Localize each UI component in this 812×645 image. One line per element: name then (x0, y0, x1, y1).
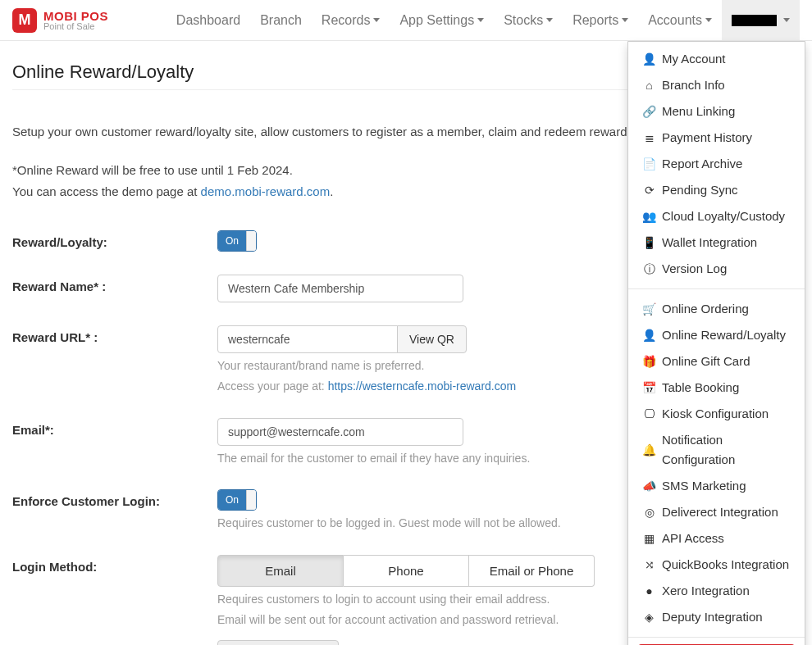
menu-xero[interactable]: ●Xero Integration (628, 578, 805, 604)
user-icon: 👤 (643, 50, 655, 68)
shuffle-icon: ⤭ (643, 556, 655, 574)
user-dropdown: 👤My Account ⌂Branch Info 🔗Menu Linking ≣… (627, 41, 805, 645)
reward-loyalty-toggle[interactable]: On (217, 230, 257, 252)
login-help-2: Email will be sent out for account activ… (217, 612, 627, 629)
reward-name-label: Reward Name* : (12, 275, 217, 293)
login-method-group: Email Phone Email or Phone (217, 555, 595, 587)
nav-reports[interactable]: Reports (563, 0, 638, 40)
nav-app-settings[interactable]: App Settings (390, 0, 494, 40)
menu-online-ordering[interactable]: 🛒Online Ordering (628, 296, 805, 322)
brand[interactable]: M MOBI POS Point of Sale (12, 8, 108, 33)
nav-accounts[interactable]: Accounts (638, 0, 722, 40)
login-method-both[interactable]: Email or Phone (469, 555, 595, 587)
menu-deputy[interactable]: ◈Deputy Integration (628, 604, 805, 630)
menu-table-booking[interactable]: 📅Table Booking (628, 375, 805, 401)
menu-cloud-loyalty[interactable]: 👥Cloud Loyalty/Custody (628, 203, 805, 229)
demo-link[interactable]: demo.mobi-reward.com (201, 184, 331, 198)
reward-loyalty-label: Reward/Loyalty: (12, 230, 217, 249)
info-icon: ⓘ (643, 260, 655, 278)
target-icon: ◎ (643, 503, 655, 521)
gift-icon: 🎁 (643, 352, 655, 370)
menu-report-archive[interactable]: 📄Report Archive (628, 151, 805, 177)
circle-icon: ● (643, 582, 655, 600)
link-icon: 🔗 (643, 102, 655, 120)
screen-icon: 🖵 (643, 405, 655, 423)
nav-records[interactable]: Records (312, 0, 390, 40)
menu-online-gift-card[interactable]: 🎁Online Gift Card (628, 348, 805, 375)
menu-api[interactable]: ▦API Access (628, 525, 805, 552)
menu-payment-history[interactable]: ≣Payment History (628, 125, 805, 151)
menu-pending-sync[interactable]: ⟳Pending Sync (628, 177, 805, 203)
reward-url-input[interactable] (217, 325, 398, 353)
chevron-down-icon (705, 18, 712, 22)
chevron-down-icon (477, 18, 484, 22)
bell-icon: 🔔 (643, 441, 655, 459)
email-help: The email for the customer to email if t… (217, 451, 627, 467)
menu-quickbooks[interactable]: ⤭QuickBooks Integration (628, 552, 805, 578)
chevron-down-icon (622, 18, 628, 22)
enforce-login-toggle[interactable]: On (217, 489, 257, 511)
refresh-icon: ⟳ (643, 181, 655, 199)
brand-subtitle: Point of Sale (43, 22, 108, 31)
nav-dashboard[interactable]: Dashboard (167, 0, 250, 40)
grid-icon: ▦ (643, 529, 655, 547)
file-icon: 📄 (643, 155, 655, 173)
login-method-phone[interactable]: Phone (344, 555, 469, 587)
home-icon: ⌂ (643, 76, 655, 94)
reward-url-label: Reward URL* : (12, 325, 217, 344)
url-help-1: Your restaurant/brand name is preferred. (217, 358, 627, 375)
nav-branch[interactable]: Branch (250, 0, 312, 40)
menu-my-account[interactable]: 👤My Account (628, 46, 805, 72)
menu-version-log[interactable]: ⓘVersion Log (628, 256, 805, 282)
menu-notification[interactable]: 🔔Notification Configuration (628, 427, 805, 473)
user-icon: 👤 (643, 326, 655, 344)
login-method-email[interactable]: Email (217, 555, 344, 587)
menu-menu-linking[interactable]: 🔗Menu Linking (628, 98, 805, 125)
reward-url-link[interactable]: https://westerncafe.mobi-reward.com (328, 379, 517, 393)
email-input[interactable] (217, 418, 463, 446)
users-icon: 👥 (643, 207, 655, 225)
reward-name-input[interactable] (217, 275, 463, 302)
phone-icon: 📱 (643, 234, 655, 252)
brand-logo-icon: M (12, 8, 37, 33)
toggle-on-label: On (218, 231, 246, 251)
nav-stocks[interactable]: Stocks (494, 0, 563, 40)
login-help-1: Requires customers to login to account u… (217, 592, 627, 608)
email-label: Email*: (12, 418, 217, 437)
cart-icon: 🛒 (643, 300, 655, 318)
megaphone-icon: 📣 (643, 477, 655, 495)
menu-deliverect[interactable]: ◎Deliverect Integration (628, 499, 805, 525)
menu-kiosk[interactable]: 🖵Kiosk Configuration (628, 401, 805, 427)
menu-branch-info[interactable]: ⌂Branch Info (628, 72, 805, 98)
menu-online-reward[interactable]: 👤Online Reward/Loyalty (628, 322, 805, 348)
enforce-login-label: Enforce Customer Login: (12, 489, 217, 508)
chevron-down-icon (546, 18, 553, 22)
menu-divider (628, 288, 805, 289)
toggle-on-label: On (218, 490, 246, 510)
user-name-redacted (732, 15, 777, 26)
toggle-knob (246, 231, 256, 251)
menu-divider (628, 637, 805, 638)
list-icon: ≣ (643, 129, 655, 147)
nav-user-menu[interactable] (722, 0, 800, 40)
chevron-down-icon (373, 18, 380, 22)
login-method-label: Login Method: (12, 555, 217, 574)
chevron-down-icon (783, 18, 790, 22)
badge-icon: ◈ (643, 608, 655, 626)
url-help-2: Access your page at: https://westerncafe… (217, 379, 627, 395)
calendar-icon: 📅 (643, 379, 655, 397)
view-qr-button[interactable]: View QR (397, 325, 467, 353)
view-message-log-button[interactable]: View Message Log (217, 640, 339, 645)
menu-sms[interactable]: 📣SMS Marketing (628, 473, 805, 499)
navbar: M MOBI POS Point of Sale Dashboard Branc… (0, 0, 812, 41)
menu-wallet-integration[interactable]: 📱Wallet Integration (628, 229, 805, 256)
enforce-help: Requires customer to be logged in. Guest… (217, 516, 627, 532)
brand-title: MOBI POS (43, 10, 108, 22)
toggle-knob (246, 490, 256, 510)
